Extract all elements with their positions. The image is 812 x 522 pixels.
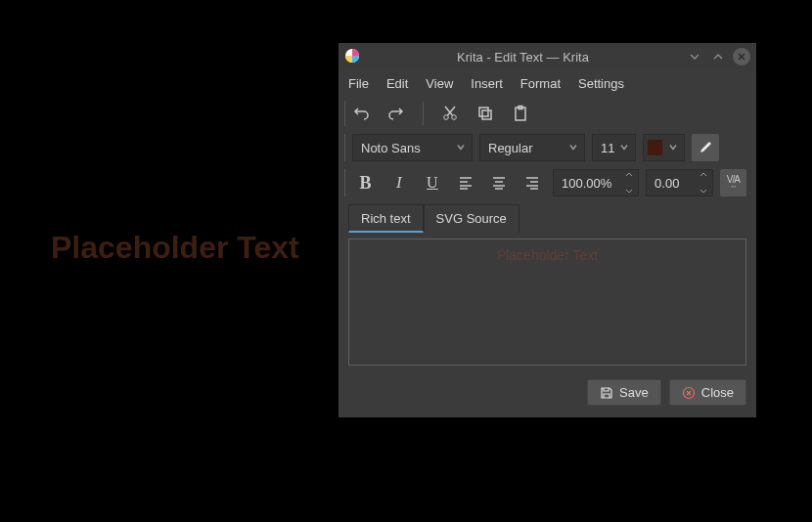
- color-swatch: [648, 140, 662, 155]
- line-height-spinner[interactable]: 100.00%: [553, 169, 639, 196]
- canvas-text: Placeholder Text: [51, 230, 299, 266]
- font-row: Noto Sans Regular 11: [338, 130, 756, 165]
- save-button[interactable]: Save: [587, 379, 661, 406]
- italic-button[interactable]: I: [385, 169, 412, 196]
- paste-icon[interactable]: [508, 101, 533, 126]
- chevron-down-icon: [619, 141, 629, 155]
- chevron-down-icon: [668, 141, 678, 155]
- title-text: Krita - Edit Text — Krita: [366, 50, 680, 65]
- close-button[interactable]: Close: [669, 379, 746, 406]
- editor-wrap: Placeholder Text: [338, 233, 756, 371]
- font-size-combo[interactable]: 11: [592, 134, 636, 161]
- font-family-value: Noto Sans: [361, 141, 421, 155]
- menu-file[interactable]: File: [348, 76, 369, 91]
- editor-tabs: Rich text SVG Source: [338, 200, 756, 233]
- font-family-combo[interactable]: Noto Sans: [352, 134, 473, 161]
- letter-spacing-spinner[interactable]: 0.00: [646, 169, 713, 196]
- menu-settings[interactable]: Settings: [578, 76, 624, 91]
- save-label: Save: [619, 385, 649, 400]
- font-weight-combo[interactable]: Regular: [479, 134, 585, 161]
- svg-rect-4: [482, 110, 491, 119]
- bold-button[interactable]: B: [352, 169, 379, 196]
- svg-point-2: [452, 115, 457, 120]
- copy-icon[interactable]: [473, 101, 498, 126]
- chevron-down-icon: [568, 141, 578, 155]
- chevron-down-icon: [456, 141, 466, 155]
- redo-icon[interactable]: [383, 101, 409, 126]
- titlebar[interactable]: Krita - Edit Text — Krita: [338, 43, 756, 70]
- menu-edit[interactable]: Edit: [386, 76, 408, 91]
- underline-button[interactable]: U: [419, 169, 445, 196]
- menubar: File Edit View Insert Format Settings: [338, 70, 756, 97]
- format-row: B I U 100.00% 0.00 V/A↔: [338, 165, 756, 200]
- separator: [423, 102, 424, 125]
- cut-icon[interactable]: [437, 101, 463, 126]
- undo-icon[interactable]: [348, 101, 374, 126]
- menu-format[interactable]: Format: [520, 76, 561, 91]
- maximize-icon[interactable]: [709, 48, 727, 65]
- svg-point-1: [444, 115, 449, 120]
- edit-text-dialog: Krita - Edit Text — Krita File Edit View…: [338, 43, 756, 417]
- tab-rich-text[interactable]: Rich text: [348, 204, 424, 233]
- krita-app-icon: [344, 48, 360, 66]
- line-height-value: 100.00%: [562, 176, 611, 191]
- close-icon[interactable]: [733, 48, 750, 65]
- tab-svg-source[interactable]: SVG Source: [424, 204, 519, 233]
- close-x-icon: [682, 386, 696, 400]
- align-right-button[interactable]: [519, 169, 546, 196]
- svg-rect-3: [479, 108, 488, 116]
- spinner-arrows[interactable]: [699, 172, 709, 194]
- dialog-footer: Save Close: [338, 371, 756, 417]
- letter-spacing-value: 0.00: [654, 176, 679, 191]
- menu-view[interactable]: View: [426, 76, 453, 91]
- font-size-value: 11: [601, 141, 614, 155]
- align-center-button[interactable]: [486, 169, 513, 196]
- edit-toolbar: [338, 97, 756, 130]
- font-weight-value: Regular: [488, 141, 533, 155]
- align-left-button[interactable]: [452, 169, 478, 196]
- kerning-button[interactable]: V/A↔: [720, 169, 746, 196]
- color-picker-button[interactable]: [692, 134, 719, 161]
- save-icon: [600, 386, 613, 400]
- minimize-icon[interactable]: [686, 48, 703, 65]
- text-editor[interactable]: Placeholder Text: [348, 239, 746, 366]
- close-label: Close: [701, 385, 734, 400]
- menu-insert[interactable]: Insert: [471, 76, 503, 91]
- spinner-arrows[interactable]: [625, 172, 635, 194]
- font-color-combo[interactable]: [643, 134, 685, 161]
